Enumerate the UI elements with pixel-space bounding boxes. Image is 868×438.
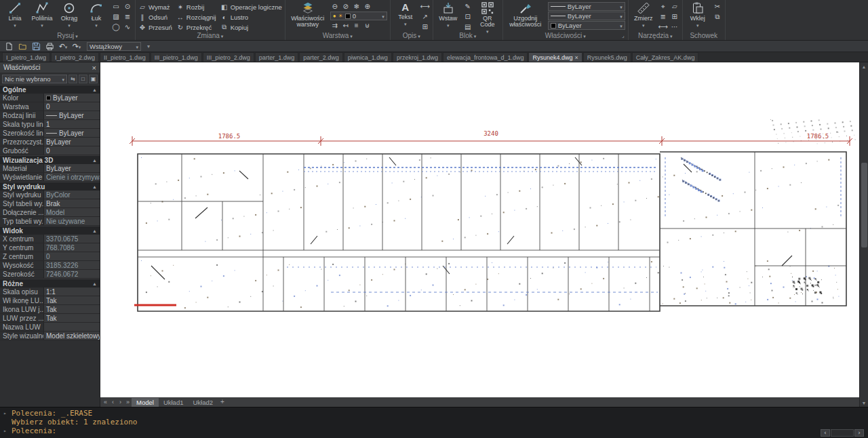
rectangle-button[interactable]: ▭	[111, 2, 121, 11]
section-header-r-ne[interactable]: Różne▲	[0, 279, 100, 287]
property-value[interactable]: ByColor	[43, 191, 100, 199]
property-value[interactable]: ByLayer	[43, 111, 100, 119]
doc-tab-ii-pietro-1-dwg[interactable]: II_pietro_1.dwg	[100, 52, 150, 62]
select-objects-button[interactable]: □	[79, 75, 87, 83]
arc-tool-button[interactable]: Łuk	[84, 1, 108, 31]
block-editor-button[interactable]: ⊡	[463, 12, 473, 21]
property-value[interactable]: 1	[43, 120, 100, 128]
new-layout-button[interactable]: +	[220, 398, 224, 407]
doc-tab-i-pietro-2-dwg[interactable]: I_pietro_2.dwg	[51, 52, 99, 62]
property-value[interactable]: 1:1	[43, 287, 100, 296]
layout-tab-model[interactable]: Model	[132, 398, 159, 407]
doc-tab-piwnica-1-dwg[interactable]: piwnica_1.dwg	[344, 52, 392, 62]
layer-lock-button[interactable]: ⊕	[363, 2, 372, 11]
property-value[interactable]: Cienie i otrzymywanie...	[43, 173, 100, 181]
property-value[interactable]: 3370.0675	[43, 235, 100, 243]
doc-tab-iii-pietro-1-dwg[interactable]: III_pietro_1.dwg	[151, 52, 202, 62]
redo-button[interactable]: ↷	[71, 41, 83, 52]
pickadd-toggle-button[interactable]: ⇆	[68, 75, 77, 83]
circle-tool-button[interactable]: Okrąg	[57, 1, 81, 31]
toolbar-overflow-button[interactable]: ▾	[142, 41, 155, 52]
scrollbar-track[interactable]	[861, 71, 867, 399]
canvas-vertical-scrollbar[interactable]: ▲ ▼	[859, 62, 868, 407]
quick-calc-button[interactable]: ⊞	[670, 12, 679, 21]
section-header-styl-wydruku[interactable]: Styl wydruku▲	[0, 182, 100, 191]
layer-freeze-button[interactable]: ❄	[352, 2, 361, 11]
panel-label-wlasciwosci[interactable]: Właściwości⌟	[506, 31, 625, 39]
object-color-combo[interactable]: ByLayer	[548, 21, 625, 30]
panel-label-opis[interactable]: Opis	[393, 31, 430, 39]
hatch-button[interactable]: ▨	[111, 12, 121, 21]
property-value[interactable]: 0	[43, 146, 100, 155]
command-window[interactable]: ▸Polecenia: _.ERASEWybierz obiekt: 1 zna…	[0, 407, 868, 438]
offset-button[interactable]: ∥Odsuń	[138, 12, 172, 22]
layer-isolate-button[interactable]: ⊘	[341, 2, 351, 11]
layer-off-button[interactable]: ⊖	[330, 2, 340, 11]
property-value[interactable]: ByLayer	[43, 94, 100, 102]
scrollbar-thumb[interactable]	[861, 163, 867, 248]
doc-tab-rysunek5-dwg[interactable]: Rysunek5.dwg	[583, 52, 631, 62]
plot-button[interactable]	[43, 41, 56, 52]
canvas-horizontal-scrollbar[interactable]: ‹ ›	[821, 429, 864, 437]
line-tool-button[interactable]: Linia	[3, 1, 27, 31]
text-tool-button[interactable]: A Tekst	[393, 1, 418, 31]
palette-close-button[interactable]: ×	[92, 64, 96, 72]
section-header-og-lne[interactable]: Ogólne▲	[0, 85, 100, 94]
dimension-button[interactable]: ⟷	[420, 2, 430, 11]
region-button[interactable]: ≣	[123, 12, 132, 21]
panel-label-zmiana[interactable]: Zmiana	[138, 31, 282, 39]
layer-selector-combo[interactable]: ● ☀ 0	[330, 12, 387, 20]
last-layout-button[interactable]: »	[124, 399, 132, 405]
property-value[interactable]: 7246.0672	[43, 270, 100, 278]
scroll-left-icon[interactable]: ‹	[821, 429, 830, 437]
cut-button[interactable]: ✂	[713, 2, 722, 11]
layer-walk-button[interactable]: ≡	[352, 21, 361, 30]
copy-button[interactable]: ⧉Kopiuj	[220, 22, 282, 32]
boolean-button[interactable]: ◧Operacje logiczne	[220, 2, 282, 12]
table-button[interactable]: ⊞	[420, 22, 430, 31]
paste-button[interactable]: Wklej	[686, 1, 710, 31]
section-header-widok[interactable]: Widok▲	[0, 226, 100, 235]
distance-button[interactable]: ⟷	[658, 22, 668, 31]
more-tools-button[interactable]: ⋯	[670, 22, 679, 31]
move-button[interactable]: ✥Przesuń	[138, 22, 172, 32]
property-value[interactable]: 0	[43, 252, 100, 260]
match-properties-button[interactable]: Uzgodnij właściwości	[506, 1, 545, 31]
property-value[interactable]: 0	[43, 102, 100, 111]
property-value[interactable]: Tak	[43, 305, 100, 313]
insert-block-button[interactable]: Wstaw	[436, 1, 460, 31]
doc-tab-i-pietro-1-dwg[interactable]: I_pietro_1.dwg	[2, 52, 50, 62]
doc-tab-parter-2-dwg[interactable]: parter_2.dwg	[299, 52, 343, 62]
qr-code-button[interactable]: QR Code	[475, 1, 500, 31]
property-value[interactable]: Tak	[43, 314, 100, 322]
doc-tab-ca-y-zakres-ak-dwg[interactable]: Cały_Zakres_AK.dwg	[632, 52, 699, 62]
workspace-selector[interactable]: Wstążkowy	[87, 42, 141, 51]
property-value[interactable]: Model	[43, 208, 100, 216]
scrollbar-track[interactable]	[831, 429, 854, 437]
lineweight-combo[interactable]: ByLayer	[548, 12, 625, 20]
dialog-launcher-icon[interactable]: ⌟	[622, 33, 625, 39]
block-manager-button[interactable]: ▤	[463, 22, 473, 31]
layer-previous-button[interactable]: ↤	[341, 21, 351, 30]
scroll-up-icon[interactable]: ▲	[862, 62, 867, 71]
panel-label-blok[interactable]: Blok	[436, 31, 500, 39]
property-value[interactable]: 3185.3226	[43, 261, 100, 269]
doc-tab-parter-1-dwg[interactable]: parter_1.dwg	[255, 52, 299, 62]
scroll-right-icon[interactable]: ›	[854, 429, 864, 437]
panel-label-narzedzia[interactable]: Narzędzia	[631, 31, 679, 39]
scroll-down-icon[interactable]: ▼	[862, 399, 867, 407]
layout-tab-uk-ad2[interactable]: Układ2	[188, 398, 218, 407]
panel-label-warstwa[interactable]: Warstwa	[288, 31, 387, 39]
property-value[interactable]: Nie używane	[43, 217, 100, 225]
first-layout-button[interactable]: «	[102, 399, 109, 405]
layer-merge-button[interactable]: ⊎	[363, 21, 372, 30]
point-button[interactable]: ⊙	[123, 2, 132, 11]
doc-tab-elewacja-frontowa-d-1-dwg[interactable]: elewacja_frontowa_d_1.dwg	[443, 52, 528, 62]
rotate-button[interactable]: ↻Przekręć	[176, 22, 216, 32]
new-file-button[interactable]	[3, 41, 15, 52]
leader-button[interactable]: ↗	[420, 12, 430, 21]
property-value[interactable]: Tak	[43, 296, 100, 304]
stretch-button[interactable]: ↔Rozciągnij	[176, 12, 216, 22]
property-value[interactable]: 768.7086	[43, 243, 100, 252]
layout-tab-uk-ad1[interactable]: Układ1	[159, 398, 189, 407]
